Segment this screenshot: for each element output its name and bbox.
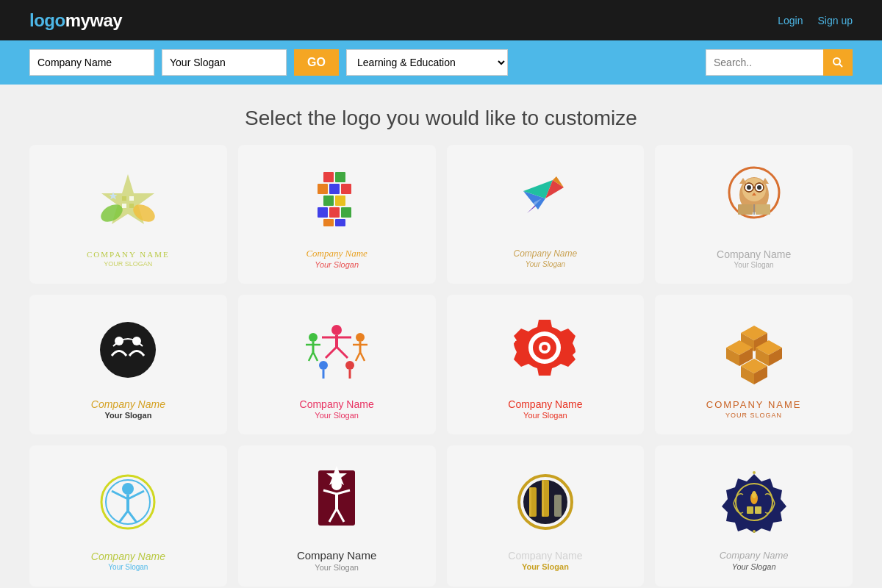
svg-point-33 — [747, 185, 751, 190]
svg-point-87 — [122, 483, 134, 495]
svg-point-52 — [309, 333, 318, 342]
card-slogan-7: Your Slogan — [523, 411, 567, 420]
logo-card-7[interactable]: Company Name Your Slogan — [447, 295, 645, 434]
svg-line-50 — [326, 347, 337, 358]
logo-icon-5 — [87, 309, 168, 390]
logo-icon-10 — [296, 460, 377, 541]
card-company-10: Company Name — [297, 548, 376, 563]
svg-point-64 — [345, 361, 354, 370]
svg-rect-17 — [318, 207, 328, 218]
svg-line-1 — [839, 64, 842, 67]
svg-point-111 — [752, 491, 756, 498]
svg-rect-15 — [323, 196, 334, 206]
logo-icon-1 — [87, 161, 168, 242]
logo-icon-6 — [296, 309, 377, 390]
svg-point-57 — [356, 333, 365, 342]
header: logomyway Login Sign up — [0, 0, 882, 40]
logo-card-2[interactable]: Company Name Your Slogan — [238, 145, 436, 284]
card-slogan-10: Your Slogan — [315, 563, 359, 572]
card-slogan-12: Your Slogan — [732, 562, 776, 571]
card-company-11: Company Name — [508, 549, 582, 562]
go-button[interactable]: GO — [294, 49, 339, 76]
svg-rect-19 — [341, 207, 351, 218]
card-slogan-8: YOUR SLOGAN — [725, 412, 782, 419]
logo-icon-7 — [505, 309, 586, 390]
search-wrap — [706, 49, 853, 76]
svg-rect-113 — [755, 506, 761, 514]
svg-point-115 — [753, 530, 756, 533]
logo-icon-11 — [505, 461, 586, 542]
svg-rect-7 — [122, 204, 126, 208]
logo-card-3[interactable]: Company Name Your Slogan — [447, 145, 645, 284]
svg-line-91 — [119, 511, 128, 523]
svg-point-114 — [753, 471, 756, 474]
svg-rect-40 — [756, 204, 770, 215]
svg-rect-16 — [335, 196, 345, 206]
svg-point-69 — [542, 345, 548, 351]
card-slogan-6: Your Slogan — [315, 411, 359, 420]
svg-rect-12 — [318, 184, 328, 194]
card-company-9: Company Name — [91, 550, 165, 563]
logo-icon-3 — [505, 160, 586, 241]
logo-icon-4 — [714, 159, 795, 240]
signup-link[interactable]: Sign up — [818, 15, 853, 26]
logo-card-8[interactable]: COMPANY NAME YOUR SLOGAN — [655, 295, 853, 434]
search-button[interactable] — [823, 49, 853, 76]
page-title: Select the logo you would like to custom… — [0, 107, 882, 130]
svg-point-44 — [100, 322, 156, 378]
svg-rect-6 — [129, 196, 134, 201]
logo-card-1[interactable]: COMPANY NAME YOUR SLOGAN — [29, 145, 227, 284]
svg-line-60 — [356, 352, 360, 361]
svg-rect-106 — [529, 487, 531, 517]
logo-card-10[interactable]: Company Name Your Slogan — [238, 445, 436, 587]
svg-point-0 — [833, 58, 840, 65]
svg-point-62 — [319, 361, 328, 370]
card-slogan-1: YOUR SLOGAN — [104, 260, 152, 268]
svg-rect-20 — [323, 219, 334, 226]
svg-line-92 — [128, 511, 137, 523]
svg-line-56 — [313, 352, 318, 361]
card-company-7: Company Name — [508, 398, 582, 411]
card-slogan-2: Your Slogan — [315, 260, 359, 269]
svg-line-51 — [337, 347, 348, 358]
logo-card-4[interactable]: Company Name Your Slogan — [655, 145, 853, 284]
logo-card-5[interactable]: Company Name Your Slogan — [29, 295, 227, 434]
card-slogan-3: Your Slogan — [526, 260, 566, 268]
card-company-5: Company Name — [91, 398, 165, 411]
logo-card-9[interactable]: Company Name Your Slogan — [29, 445, 227, 587]
svg-rect-5 — [122, 196, 126, 201]
card-slogan-5: Your Slogan — [104, 411, 151, 420]
login-link[interactable]: Login — [778, 15, 803, 26]
search-icon — [832, 57, 844, 68]
logo-card-12[interactable]: Company Name Your Slogan — [655, 445, 853, 587]
card-company-2: Company Name — [306, 248, 367, 260]
card-slogan-4: Your Slogan — [734, 261, 774, 269]
logo-icon-8 — [714, 311, 795, 392]
slogan-input[interactable] — [162, 49, 287, 76]
svg-rect-11 — [335, 172, 345, 182]
card-company-3: Company Name — [514, 248, 578, 260]
svg-point-95 — [331, 480, 342, 490]
svg-rect-18 — [329, 207, 340, 218]
category-select[interactable]: Learning & Education Technology Business… — [346, 49, 508, 76]
logo-card-11[interactable]: Company Name Your Slogan — [447, 445, 645, 587]
card-slogan-11: Your Slogan — [522, 562, 569, 571]
logo-icon-2 — [296, 159, 377, 240]
svg-rect-112 — [747, 506, 753, 514]
svg-rect-10 — [323, 172, 334, 182]
card-company-12: Company Name — [720, 550, 789, 562]
company-name-input[interactable] — [29, 49, 154, 76]
site-logo[interactable]: logomyway — [29, 10, 122, 31]
logo-highlight: logo — [29, 10, 65, 30]
logo-card-6[interactable]: Company Name Your Slogan — [238, 295, 436, 434]
svg-rect-107 — [542, 480, 544, 517]
svg-rect-14 — [341, 184, 351, 194]
svg-rect-13 — [329, 184, 340, 194]
search-bar: GO Learning & Education Technology Busin… — [0, 40, 882, 85]
svg-line-61 — [360, 352, 365, 361]
svg-point-34 — [757, 185, 761, 190]
svg-point-47 — [331, 325, 342, 335]
card-slogan-9: Your Slogan — [108, 563, 148, 571]
svg-line-55 — [309, 352, 313, 361]
card-company-8: COMPANY NAME — [706, 399, 802, 412]
